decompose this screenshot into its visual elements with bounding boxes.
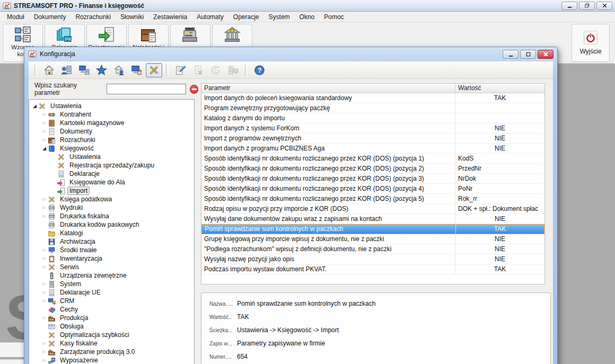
- dialog-toolbar-tools-icon[interactable]: [146, 63, 162, 77]
- expander-closed-icon[interactable]: ▷: [41, 138, 48, 142]
- tree-item-ustawienia[interactable]: Ustawienia: [29, 153, 194, 161]
- dialog-toolbar-help-icon[interactable]: ?: [251, 63, 268, 77]
- tree-item-kartoteki-magazynowe[interactable]: ▷Kartoteki magazynowe: [29, 119, 194, 127]
- table-row[interactable]: Program zewnętrzny przygotowujący paczkę: [201, 103, 544, 113]
- tree-item-ksiega-podatkowa[interactable]: ▷Księga podatkowa: [29, 195, 194, 203]
- menu-item-modul[interactable]: Moduł: [2, 12, 29, 22]
- tree-item-deklaracje-ue[interactable]: ▷Deklaracje UE: [29, 288, 194, 297]
- dialog-minimize-button[interactable]: [503, 50, 519, 59]
- tree-item-wydruki[interactable]: ▷Wydruki: [29, 203, 194, 212]
- table-row[interactable]: Rodzaj opisu w pozycji przy imporcie z K…: [201, 204, 544, 214]
- dialog-restore-button[interactable]: [520, 50, 536, 59]
- dialog-toolbar-home-icon[interactable]: [41, 63, 57, 77]
- tree-item-ksiegowanie-do-ala[interactable]: Księgowanie do Ala: [29, 178, 194, 187]
- dialog-toolbar-edit-icon[interactable]: [172, 63, 189, 77]
- table-row[interactable]: Podczas importu wystaw dokument PKVAT.TA…: [201, 264, 544, 274]
- tree-item-srodki-trwale[interactable]: ▷Środki trwałe: [29, 246, 194, 254]
- dialog-toolbar-home-user-icon[interactable]: [111, 63, 127, 77]
- menu-item-system[interactable]: System: [264, 12, 295, 22]
- table-row[interactable]: Import danych do poleceń ksiegowania sta…: [201, 93, 544, 103]
- table-row[interactable]: Import danych z systemu ForKomNIE: [201, 123, 544, 134]
- tree-item-rozrachunki[interactable]: ▷Rozrachunki: [29, 136, 194, 144]
- expander-closed-icon[interactable]: ▷: [41, 206, 48, 210]
- tree-item-drukarka-kodow-paskowych[interactable]: Drukarka kodów paskowych: [29, 220, 194, 229]
- expander-closed-icon[interactable]: ▷: [41, 299, 48, 303]
- tree-item-label: Inwentaryzacja: [58, 254, 104, 263]
- expander-closed-icon[interactable]: ▷: [41, 290, 48, 295]
- tree-item-kasy-fiskalne[interactable]: ▷Kasy fiskalne: [29, 339, 194, 348]
- tree-item-produkcja[interactable]: ▷Produkcja: [29, 314, 194, 322]
- tree-item-archiwizacja[interactable]: Archiwizacja: [29, 237, 194, 246]
- tree-item-cechy[interactable]: Cechy: [29, 305, 194, 314]
- table-row[interactable]: Import danych z programu PCBIZNES AgaNIE: [201, 144, 544, 154]
- menu-item-dokumenty[interactable]: Dokumenty: [29, 12, 71, 22]
- expander-closed-icon[interactable]: ▷: [41, 214, 48, 218]
- expander-closed-icon[interactable]: ▷: [41, 316, 48, 320]
- tree-item-deklaracje[interactable]: Deklaracje: [29, 170, 194, 178]
- expander-open-icon[interactable]: ◢: [41, 146, 48, 151]
- dialog-toolbar-monitor-home-icon[interactable]: [128, 63, 145, 77]
- menu-item-rozrachunki[interactable]: Rozrachunki: [71, 12, 116, 22]
- expander-closed-icon[interactable]: ▷: [41, 121, 48, 125]
- table-row[interactable]: Pomiń sprawdzanie sum kontrolnych w pacz…: [201, 224, 544, 234]
- tree-item-import[interactable]: Import: [29, 187, 194, 195]
- menu-item-operacje[interactable]: Operacje: [229, 12, 264, 22]
- expander-closed-icon[interactable]: ▷: [41, 341, 48, 345]
- restore-button[interactable]: [579, 2, 595, 10]
- column-header-wartosc[interactable]: Wartość: [455, 84, 544, 93]
- table-row[interactable]: Katalog z danymi do importu: [201, 113, 544, 123]
- table-row[interactable]: Grupę księgową przy imporcie wpisuj z do…: [201, 234, 544, 244]
- table-row[interactable]: Sposób identyfikacji nr dokumentu rozlic…: [201, 164, 544, 174]
- table-row[interactable]: Wysyłaj nazwę pozycji jako opisNIE: [201, 254, 544, 264]
- dialog-toolbar-star-icon[interactable]: [93, 63, 110, 77]
- tree-item-urzadzenia-zewnetrzne[interactable]: Urządzenia zewnętrzne: [29, 271, 194, 280]
- table-row[interactable]: "Podlega rozrachunkom" wpisuj z definicj…: [201, 244, 544, 254]
- minimize-button[interactable]: [561, 2, 577, 10]
- table-row[interactable]: Import z programów zewnętrznychNIE: [201, 134, 544, 144]
- tree-item-ksiegowosc[interactable]: ◢Księgowość: [29, 144, 194, 153]
- tree-item-optymalizacja-szybkosci[interactable]: Optymalizacja szybkości: [29, 331, 194, 339]
- tree-item-system[interactable]: ▷System: [29, 280, 194, 288]
- expander-closed-icon[interactable]: ▷: [41, 129, 48, 134]
- tree-item-drukarka-fiskalna[interactable]: ▷Drukarka fiskalna: [29, 212, 194, 220]
- expander-closed-icon[interactable]: ▷: [41, 350, 48, 354]
- table-row[interactable]: Wysyłaj dane dokumentów zakupu wraz z za…: [201, 214, 544, 224]
- dialog-toolbar-computer-network-icon[interactable]: [76, 63, 92, 77]
- menu-item-automaty[interactable]: Automaty: [192, 12, 229, 22]
- table-row[interactable]: Sposób identyfikacji nr dokumentu rozlic…: [201, 154, 544, 164]
- clear-search-icon[interactable]: [190, 85, 198, 94]
- tree-item-serwis[interactable]: ▷Serwis: [29, 263, 194, 271]
- table-row[interactable]: Sposób identyfikacji nr dokumentu rozlic…: [201, 184, 544, 194]
- expander-closed-icon[interactable]: ▷: [41, 248, 48, 252]
- expander-closed-icon[interactable]: ▷: [41, 256, 48, 261]
- dialog-toolbar-user-server-icon[interactable]: [58, 63, 75, 77]
- search-input[interactable]: [107, 84, 186, 94]
- tree-item-kontrahent[interactable]: ▷Kontrahent: [29, 110, 194, 119]
- menu-item-slowniki[interactable]: Słowniki: [116, 12, 148, 22]
- close-button[interactable]: [596, 2, 612, 10]
- tree-item-rejestracja-sprzedazy-zakupu[interactable]: Rejestracja sprzedaży/zakupu: [29, 161, 194, 170]
- expander-closed-icon[interactable]: ▷: [41, 282, 48, 286]
- tree-item-inwentaryzacja[interactable]: ▷Inwentaryzacja: [29, 254, 194, 263]
- menu-item-pomoc[interactable]: Pomoc: [319, 12, 348, 22]
- tree-item-dokumenty[interactable]: ▷Dokumenty: [29, 127, 194, 136]
- column-header-parametr[interactable]: Parametr: [201, 84, 455, 93]
- expander-closed-icon[interactable]: ▷: [41, 358, 48, 362]
- expander-closed-icon[interactable]: ▷: [41, 265, 48, 269]
- expander-closed-icon[interactable]: ▷: [41, 197, 48, 201]
- table-row[interactable]: Sposób identyfikacji nr dokumentu rozlic…: [201, 174, 544, 184]
- exit-button[interactable]: Wyjście: [572, 24, 610, 62]
- tree-item-katalogi[interactable]: Katalogi: [29, 229, 194, 237]
- table-row[interactable]: Sposób identyfikacji nr dokumentu rozlic…: [201, 194, 544, 204]
- tree-item-crm[interactable]: ▷CRM: [29, 297, 194, 305]
- tree-item-obsluga[interactable]: Obsługa: [29, 322, 194, 331]
- menu-item-zestawienia[interactable]: Zestawienia: [148, 12, 192, 22]
- tree-item-ustawienia[interactable]: ◢Ustawienia: [29, 102, 194, 110]
- dialog-titlebar[interactable]: Konfiguracja: [24, 47, 557, 61]
- tree-item-zarzadzanie-produkcja-3-0[interactable]: ▷Zarządzanie produkcją 3.0: [29, 348, 194, 356]
- menu-item-okno[interactable]: Okno: [295, 12, 320, 22]
- expander-open-icon[interactable]: ◢: [31, 103, 38, 109]
- dialog-close-button[interactable]: [538, 50, 554, 59]
- tree-item-wyposazenie[interactable]: ▷Wyposażenie: [29, 356, 194, 364]
- expander-closed-icon[interactable]: ▷: [41, 112, 48, 117]
